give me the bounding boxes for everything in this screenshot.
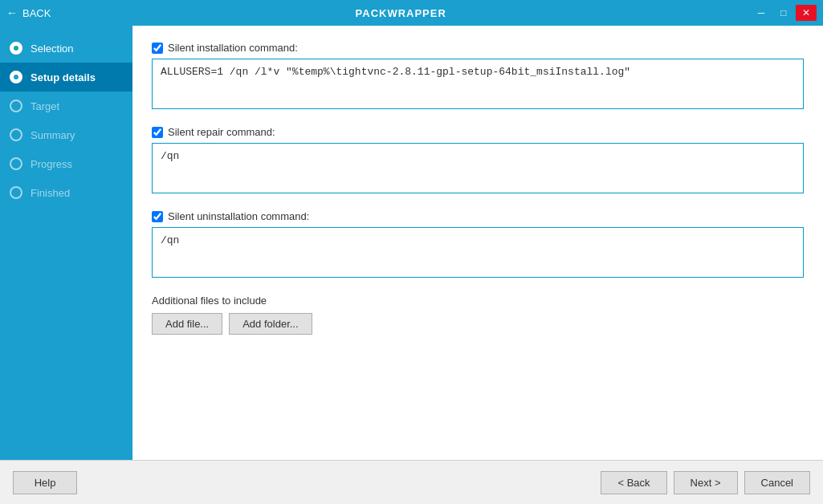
next-button[interactable]: Next > xyxy=(674,471,738,494)
sidebar: Selection Setup details Target Summary P… xyxy=(0,26,132,460)
add-file-button[interactable]: Add file... xyxy=(152,313,222,335)
silent-install-group: Silent installation command: xyxy=(152,42,804,112)
step-circle-progress xyxy=(10,157,22,170)
back-label: BACK xyxy=(22,7,51,19)
silent-repair-textarea[interactable] xyxy=(152,143,804,193)
sidebar-label-setup-details: Setup details xyxy=(31,71,96,83)
silent-repair-label[interactable]: Silent repair command: xyxy=(152,126,804,138)
title-bar: ← BACK PACKWRAPPER ─ □ ✕ xyxy=(0,0,823,26)
silent-repair-group: Silent repair command: xyxy=(152,126,804,196)
file-buttons-group: Add file... Add folder... xyxy=(152,313,804,335)
footer: Help < Back Next > Cancel xyxy=(0,460,823,504)
back-button[interactable]: ← BACK xyxy=(6,6,51,19)
minimize-button[interactable]: ─ xyxy=(751,5,772,21)
back-arrow-icon: ← xyxy=(6,6,18,19)
silent-repair-checkbox[interactable] xyxy=(152,127,163,138)
back-nav-button[interactable]: < Back xyxy=(601,471,666,494)
sidebar-label-selection: Selection xyxy=(31,43,73,55)
silent-uninstall-checkbox[interactable] xyxy=(152,211,163,222)
step-circle-summary xyxy=(10,128,22,141)
help-button[interactable]: Help xyxy=(13,471,77,494)
add-folder-button[interactable]: Add folder... xyxy=(229,313,312,335)
silent-uninstall-textarea[interactable] xyxy=(152,227,804,278)
silent-install-label[interactable]: Silent installation command: xyxy=(152,42,804,54)
step-circle-setup-details xyxy=(10,71,22,83)
window-title: PACKWRAPPER xyxy=(356,7,446,19)
sidebar-item-setup-details[interactable]: Setup details xyxy=(0,63,132,91)
silent-uninstall-group: Silent uninstallation command: xyxy=(152,210,804,280)
content-area: Silent installation command: Silent repa… xyxy=(132,26,823,460)
silent-uninstall-label[interactable]: Silent uninstallation command: xyxy=(152,210,804,222)
footer-left: Help xyxy=(13,471,77,494)
close-button[interactable]: ✕ xyxy=(796,5,817,21)
maximize-button[interactable]: □ xyxy=(773,5,794,21)
sidebar-item-selection[interactable]: Selection xyxy=(0,34,132,63)
footer-right: < Back Next > Cancel xyxy=(601,471,810,494)
sidebar-item-progress: Progress xyxy=(0,149,132,178)
silent-install-textarea[interactable] xyxy=(152,59,804,109)
additional-files-section: Additional files to include Add file... … xyxy=(152,295,804,335)
sidebar-item-finished: Finished xyxy=(0,178,132,207)
sidebar-item-target: Target xyxy=(0,91,132,120)
window-controls: ─ □ ✕ xyxy=(751,5,817,21)
step-circle-target xyxy=(10,100,22,112)
sidebar-label-progress: Progress xyxy=(31,158,72,170)
sidebar-label-summary: Summary xyxy=(31,129,75,141)
cancel-button[interactable]: Cancel xyxy=(744,471,810,494)
step-circle-finished xyxy=(10,186,22,199)
step-circle-selection xyxy=(10,42,22,55)
silent-install-checkbox[interactable] xyxy=(152,43,163,54)
sidebar-item-summary: Summary xyxy=(0,120,132,149)
sidebar-label-target: Target xyxy=(31,100,59,112)
additional-files-label: Additional files to include xyxy=(152,295,804,307)
sidebar-label-finished: Finished xyxy=(31,187,70,199)
